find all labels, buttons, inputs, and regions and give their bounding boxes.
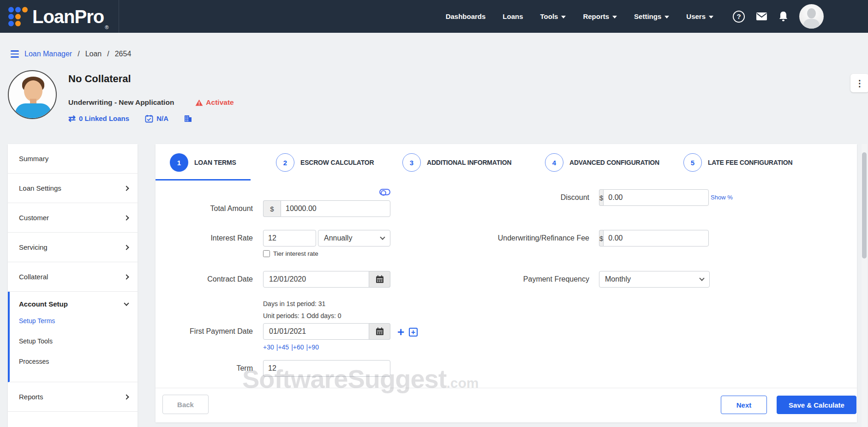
loan-status: Underwriting - New Application — [68, 98, 174, 107]
chevron-right-icon — [124, 215, 129, 220]
nav-item-reports[interactable]: Reports — [583, 12, 617, 20]
total-amount-label: Total Amount — [165, 200, 253, 217]
step-number: 3 — [402, 153, 421, 172]
quick-link-plus60[interactable]: |+60 — [291, 343, 304, 351]
first-payment-date-field — [263, 323, 390, 340]
loanpro-logo[interactable]: LoanPro ® — [0, 0, 108, 33]
tier-interest-rate-label: Tier interest rate — [273, 250, 318, 257]
sidebar-item-servicing[interactable]: Servicing — [8, 233, 138, 262]
date-quick-links: +30 |+45 |+60 |+90 — [263, 343, 319, 351]
caret-down-icon — [561, 16, 566, 18]
chevron-right-icon — [124, 245, 129, 250]
payment-frequency-select[interactable]: Monthly — [599, 271, 710, 288]
quick-link-plus45[interactable]: |+45 — [276, 343, 289, 351]
chevron-down-icon — [699, 276, 704, 281]
currency-prefix: $ — [599, 189, 603, 206]
nav-item-loans[interactable]: Loans — [503, 12, 523, 20]
first-payment-date-label: First Payment Date — [156, 323, 253, 340]
loan-status-row: Underwriting - New Application Activate — [68, 98, 234, 107]
back-button[interactable]: Back — [162, 395, 209, 414]
sidebar-item-setup-terms[interactable]: Setup Terms — [19, 311, 128, 331]
contract-date-input[interactable] — [263, 271, 369, 288]
caret-down-icon — [612, 16, 617, 18]
sidebar: Summary Loan Settings Customer Servicing… — [8, 144, 138, 427]
amount-toggle-icon[interactable] — [379, 189, 390, 195]
currency-prefix: $ — [599, 230, 603, 247]
warning-triangle-icon — [195, 99, 203, 106]
calendar-icon — [376, 275, 384, 283]
user-avatar[interactable] — [799, 4, 824, 29]
nav-item-settings[interactable]: Settings — [634, 12, 669, 20]
tab-late-fee-configuration[interactable]: 5 LATE FEE CONFIGURATION — [683, 153, 792, 172]
sidebar-item-reports[interactable]: Reports — [8, 382, 138, 412]
breadcrumb-loan[interactable]: Loan — [85, 50, 102, 58]
hamburger-menu-icon[interactable] — [11, 50, 19, 58]
add-date-icon[interactable]: + — [397, 326, 404, 338]
loan-terms-panel: 1 LOAN TERMS 2 ESCROW CALCULATOR 3 ADDIT… — [156, 144, 857, 422]
loan-date-link[interactable]: N/A — [145, 114, 168, 123]
underwriting-fee-input[interactable] — [603, 230, 709, 247]
interest-rate-label: Interest Rate — [165, 230, 253, 247]
term-input[interactable] — [263, 360, 390, 377]
show-percent-link[interactable]: Show % — [711, 194, 733, 201]
quick-link-plus90[interactable]: |+90 — [306, 343, 319, 351]
sidebar-item-loan-settings[interactable]: Loan Settings — [8, 174, 138, 203]
breadcrumb: Loan Manager / Loan / 2654 — [11, 50, 131, 58]
vertical-scrollbar[interactable] — [862, 144, 867, 427]
sidebar-item-summary[interactable]: Summary — [8, 144, 138, 174]
sidebar-item-account-setup[interactable]: Account Setup — [19, 300, 128, 311]
chevron-right-icon — [124, 394, 129, 399]
tier-interest-rate-checkbox[interactable] — [263, 250, 270, 257]
mail-icon[interactable] — [756, 12, 767, 21]
next-button[interactable]: Next — [721, 396, 767, 414]
breadcrumb-separator: / — [107, 50, 109, 58]
avatar-shoulders-shape — [803, 19, 820, 29]
building-icon — [184, 115, 192, 122]
linked-loans-icon: ⇄ — [68, 114, 76, 123]
sidebar-item-customer[interactable]: Customer — [8, 203, 138, 233]
add-box-icon[interactable]: + — [409, 328, 418, 337]
step-number: 5 — [683, 153, 702, 172]
interest-rate-input[interactable] — [263, 230, 316, 247]
bell-icon[interactable] — [778, 11, 788, 22]
save-calculate-button[interactable]: Save & Calculate — [777, 396, 856, 414]
nav-item-users[interactable]: Users — [686, 12, 713, 20]
quick-link-plus30[interactable]: +30 — [263, 343, 274, 351]
calendar-icon — [376, 327, 384, 336]
nav-icons: ? — [733, 4, 868, 29]
first-payment-date-input[interactable] — [263, 323, 369, 340]
underwriting-fee-field: $ — [599, 230, 707, 247]
tab-loan-terms[interactable]: 1 LOAN TERMS — [170, 153, 236, 172]
contract-date-label: Contract Date — [165, 271, 253, 288]
sidebar-item-setup-tools[interactable]: Setup Tools — [19, 331, 128, 351]
sidebar-item-processes[interactable]: Processes — [19, 351, 128, 372]
nav-links: Dashboards Loans Tools Reports Settings … — [446, 12, 713, 20]
company-link[interactable] — [184, 115, 192, 122]
days-first-period-text: Days in 1st period: 31 — [263, 300, 325, 307]
scrollbar-thumb[interactable] — [862, 152, 867, 259]
discount-input[interactable] — [603, 189, 709, 206]
loan-actions-kebab-button[interactable]: ⋮ — [850, 74, 868, 92]
first-payment-date-calendar-button[interactable] — [369, 323, 390, 340]
sidebar-item-collateral[interactable]: Collateral — [8, 262, 138, 292]
active-tab-underline — [156, 179, 251, 180]
loan-quick-links: ⇄ 0 Linked Loans N/A — [68, 114, 192, 123]
breadcrumb-loan-manager[interactable]: Loan Manager — [24, 50, 72, 58]
contract-date-calendar-button[interactable] — [369, 271, 390, 288]
tab-escrow-calculator[interactable]: 2 ESCROW CALCULATOR — [276, 153, 374, 172]
discount-label: Discount — [497, 189, 589, 206]
tab-advanced-configuration[interactable]: 4 ADVANCED CONFIGURATION — [545, 153, 659, 172]
activate-link[interactable]: Activate — [195, 98, 233, 107]
sidebar-group-account-setup: Account Setup Setup Terms Setup Tools Pr… — [8, 292, 138, 382]
step-number: 4 — [545, 153, 563, 172]
nav-item-dashboards[interactable]: Dashboards — [446, 12, 486, 20]
interest-period-select[interactable]: Annually — [318, 230, 390, 247]
payment-frequency-label: Payment Frequency — [497, 271, 589, 288]
underwriting-fee-label: Underwriting/Refinance Fee — [497, 230, 589, 243]
tab-additional-information[interactable]: 3 ADDITIONAL INFORMATION — [402, 153, 511, 172]
help-icon[interactable]: ? — [733, 11, 745, 23]
total-amount-input[interactable] — [281, 200, 390, 217]
nav-item-tools[interactable]: Tools — [540, 12, 566, 20]
linked-loans-link[interactable]: ⇄ 0 Linked Loans — [68, 114, 129, 123]
chevron-right-icon — [124, 186, 129, 191]
